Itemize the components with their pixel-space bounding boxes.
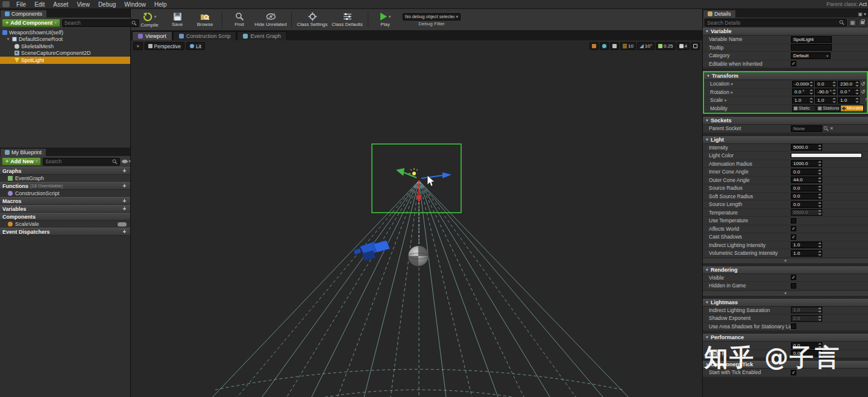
parent-socket-field[interactable]: None [791,125,822,132]
menu-asset[interactable]: Asset [49,1,72,8]
source-radius-field[interactable]: 0.0 [791,185,822,192]
compile-button[interactable]: ▾ Compile [136,11,163,29]
tab-event-graph[interactable]: Event Graph [237,31,287,40]
class-settings-button[interactable]: Class Settings [295,11,330,28]
attenuation-radius-field[interactable]: 1000.0 [791,160,822,167]
functions-header[interactable]: Functions (18 Overridable) + [0,182,130,190]
shadow-exponent-field[interactable]: 2.0 [791,315,822,322]
editable-checkbox[interactable] [791,61,796,66]
add-component-button[interactable]: + Add Component ▾ [2,19,60,27]
component-item-self[interactable]: WeaponShownUI(self) [0,29,130,36]
menu-help[interactable]: Help [150,1,171,8]
hide-unrelated-button[interactable]: Hide Unrelated [253,11,288,28]
intensity-field[interactable]: 5000.0 [791,144,822,151]
use-area-shadows-checkbox[interactable] [791,324,796,329]
spinner-icon[interactable] [818,351,822,356]
menu-debug[interactable]: Debug [94,1,120,8]
rotation-x-field[interactable]: 0.0 ° [792,89,814,95]
light-section-header[interactable]: ▼ Light [703,136,868,144]
source-length-field[interactable]: 0.0 [791,201,822,208]
soft-source-radius-field[interactable]: 0.0 [791,193,822,199]
property-matrix-button[interactable]: ▦ [849,19,857,27]
rotation-y-field[interactable]: -90.0 ° [815,89,837,95]
item-scalevale[interactable]: ScaleVale [0,220,130,228]
scale-y-field[interactable]: 1.0 [815,97,837,104]
chevron-down-icon[interactable]: ▾ [725,98,727,102]
components-search[interactable] [62,19,139,27]
menu-edit[interactable]: Edit [30,1,49,8]
spinner-icon[interactable] [810,81,813,87]
lightmass-section-header[interactable]: ▼ Lightmass [703,299,868,307]
camera-speed-button[interactable]: 4 [677,42,690,50]
scale-x-field[interactable]: 1.0 [792,97,814,104]
spinner-icon[interactable] [818,186,822,191]
temperature-field[interactable]: 6500.0 [791,209,822,216]
spinner-icon[interactable] [818,242,822,248]
hidden-in-game-checkbox[interactable] [791,283,796,289]
indirect-lighting-intensity-field[interactable]: 1.0 [791,242,822,248]
menu-file[interactable]: File [12,1,30,8]
transform-section-header[interactable]: ▼ Transform [704,72,867,80]
sockets-section-header[interactable]: ▼ Sockets [703,117,868,125]
add-variable-button[interactable]: + [121,206,128,212]
spinner-icon[interactable] [818,316,822,321]
tab-construction-script[interactable]: Construction Scrip [173,31,237,40]
spinner-icon[interactable] [818,193,822,199]
spinner-icon[interactable] [818,145,822,150]
spinner-icon[interactable] [832,89,836,95]
mobility-static-button[interactable]: Static [792,105,816,112]
variables-header[interactable]: Variables + [0,205,130,213]
my-blueprint-search[interactable] [43,158,120,166]
location-z-field[interactable]: 230.0 [838,81,860,87]
add-graph-button[interactable]: + [121,168,128,174]
spinner-icon[interactable] [818,343,822,348]
browse-button[interactable]: Browse [191,11,219,28]
spinner-icon[interactable] [832,98,836,103]
tab-details[interactable]: Details [703,10,736,17]
variable-section-header[interactable]: ▼ Variable [703,28,868,36]
volumetric-scattering-intensity-field[interactable]: 1.0 [791,250,822,257]
spinner-icon[interactable] [832,81,836,87]
tab-components[interactable]: Components [0,10,47,17]
light-color-swatch[interactable] [791,153,862,158]
components-category-header[interactable]: Components [0,213,130,220]
perspective-button[interactable]: Perspective [145,42,184,50]
indirect-lighting-saturation-field[interactable]: 1.0 [791,307,822,313]
maximize-viewport-button[interactable] [691,42,700,50]
search-icon[interactable] [823,126,829,131]
details-search[interactable] [705,19,847,27]
save-button[interactable]: Save [163,11,191,28]
performance-section-header[interactable]: ▼ Performance [703,334,868,342]
chevron-down-icon[interactable]: ▾ [864,11,866,17]
class-defaults-button[interactable]: Class Defaults [330,11,365,28]
details-search-input[interactable] [707,20,839,26]
variable-type-pill[interactable] [118,222,127,227]
component-item-scenecapture[interactable]: SceneCaptureComponent2D [0,50,130,57]
inner-cone-angle-field[interactable]: 0.0 [791,169,822,175]
grid-snap-button[interactable]: 10 [620,42,636,50]
add-new-button[interactable]: + Add New ▾ [2,157,41,166]
add-macro-button[interactable]: + [121,198,128,204]
spinner-icon[interactable] [818,202,822,207]
menu-view[interactable]: View [72,1,94,8]
play-button[interactable]: ▾ Play [371,11,399,28]
item-eventgraph[interactable]: EventGraph [0,175,130,182]
gizmo-y-axis[interactable] [421,175,443,178]
view-options-button[interactable]: ▾ [122,159,131,164]
rotation-snap-button[interactable]: 10° [637,42,655,50]
debug-object-dropdown[interactable]: No debug object selected ▾ [403,13,461,20]
cycle-transform-button[interactable] [600,42,609,50]
scale-z-field[interactable]: 1.0 [838,97,860,104]
spinner-icon[interactable] [855,98,859,103]
my-blueprint-search-input[interactable] [45,158,112,164]
tab-viewport[interactable]: Viewport [132,31,172,40]
menu-window[interactable]: Window [120,1,150,8]
spinner-icon[interactable] [818,307,822,313]
variable-name-field[interactable]: SpotLight [791,36,832,43]
spinner-icon[interactable] [818,210,822,215]
location-x-field[interactable]: -0.00004 [792,81,814,87]
tooltip-field[interactable] [791,44,832,51]
component-item-defaultsceneroot[interactable]: ▼ DefaultSceneRoot [0,36,130,43]
components-search-input[interactable] [64,20,131,26]
component-item-skeletalmesh[interactable]: SkeletalMesh [0,43,130,50]
